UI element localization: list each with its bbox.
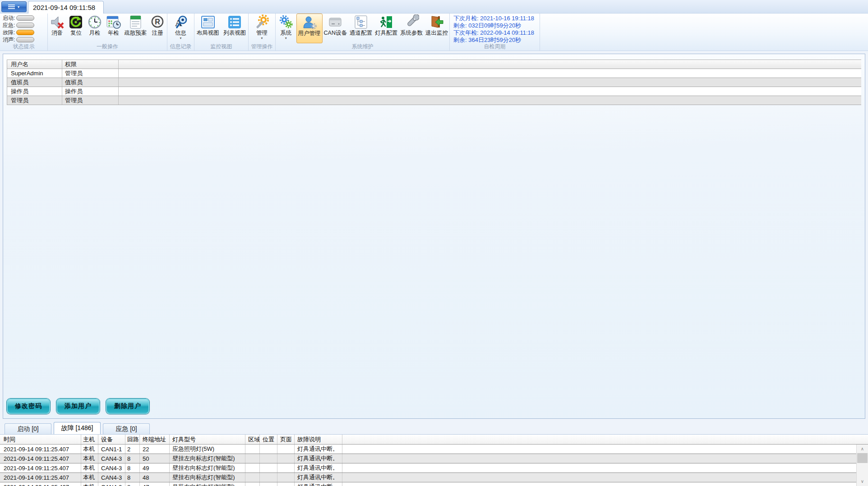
channel-config-button[interactable]: 通道配置: [348, 14, 374, 43]
user-manage-button[interactable]: 用户管理: [296, 14, 323, 43]
user-table-header: 用户名 权限: [7, 60, 861, 69]
scroll-up-icon[interactable]: ∧: [857, 445, 868, 453]
col-lamp-model[interactable]: 灯具型号: [170, 435, 245, 444]
chevron-down-icon: ▼: [179, 37, 182, 40]
system-dropdown-button[interactable]: 系统 ▼: [276, 14, 296, 43]
col-username[interactable]: 用户名: [7, 60, 62, 69]
start-indicator: [16, 15, 34, 21]
col-time[interactable]: 时间: [0, 435, 81, 444]
log-tabs: 启动 [0] 故障 [1486] 应急 [0]: [5, 422, 150, 434]
mute-indicator: [16, 37, 34, 42]
window-title-tab[interactable]: 2021-09-14 09:11:58: [28, 1, 104, 14]
fault-row[interactable]: 2021-09-14 09:11:25.407 本机 CAN4-3 8 49 壁…: [0, 463, 868, 473]
monthly-remaining: 剩余: 032日09时59分20秒: [453, 22, 540, 29]
list-view-button[interactable]: 列表视图: [222, 14, 249, 43]
fault-indicator: [16, 30, 34, 35]
user-actions: 修改密码 添加用户 删除用户: [7, 399, 149, 414]
exit-man-icon: [379, 14, 394, 30]
group-manage: 管理 ▼ 管理操作: [249, 14, 276, 50]
group-caption-manage: 管理操作: [249, 43, 275, 50]
group-view: 布局视图 列表视图 监控视图: [194, 14, 249, 50]
exit-monitor-button[interactable]: 退出监控: [424, 14, 449, 43]
user-management-panel: 用户名 权限 SuperAdmin 管理员 值班员 值班员 操作员 操作员 管理…: [3, 54, 865, 419]
status-fault: 故障:: [3, 29, 47, 36]
vertical-scrollbar[interactable]: ∧ ∨: [856, 445, 868, 486]
scrollbar-thumb[interactable]: [857, 453, 868, 463]
reset-icon: [68, 14, 83, 30]
annual-check-button[interactable]: 年检: [104, 14, 123, 43]
tab-emergency[interactable]: 应急 [0]: [103, 423, 150, 434]
annual-remaining: 剩余: 364日23时59分20秒: [453, 37, 540, 44]
group-caption-status: 状态提示: [0, 43, 47, 50]
col-position[interactable]: 位置: [260, 435, 277, 444]
evacuation-plan-icon: [128, 14, 143, 30]
change-password-button[interactable]: 修改密码: [7, 399, 50, 414]
user-row[interactable]: 操作员 操作员: [7, 87, 861, 96]
next-annual-check: 下次年检: 2022-09-14 09:11:18: [453, 29, 540, 37]
tab-start[interactable]: 启动 [0]: [5, 423, 51, 434]
exit-door-icon: [429, 14, 444, 30]
col-host[interactable]: 主机: [81, 435, 98, 444]
group-caption-info: 信息记录: [167, 43, 194, 50]
manage-dropdown-button[interactable]: 管理 ▼: [249, 14, 275, 43]
ribbon-toolbar: 启动: 应急: 故障: 消声: 状态提示 消音: [0, 14, 868, 51]
user-row[interactable]: 值班员 值班员: [7, 78, 861, 87]
status-fault-label: 故障:: [3, 29, 15, 37]
title-bar: ▼ 2021-09-14 09:11:58: [0, 0, 868, 14]
emergency-indicator: [16, 23, 34, 28]
group-caption-selfcheck: 自检周期: [450, 43, 540, 50]
fault-row[interactable]: 2021-09-14 09:11:25.407 本机 CAN4-3 8 47 吊…: [0, 482, 868, 486]
next-monthly-check: 下次月检: 2021-10-16 19:11:18: [453, 15, 540, 22]
col-fault-desc[interactable]: 故障说明: [295, 435, 342, 444]
col-terminal[interactable]: 终端地址: [140, 435, 170, 444]
app-menu-button[interactable]: ▼: [1, 1, 27, 12]
tab-fault[interactable]: 故障 [1486]: [54, 422, 101, 434]
user-row[interactable]: SuperAdmin 管理员: [7, 69, 861, 78]
group-maintain: 系统 ▼ 用户管理 CAN设备 通道配置: [276, 14, 450, 50]
annual-check-calendar-icon: [106, 14, 121, 30]
fault-log-header: 时间 主机 设备 回路 终端地址 灯具型号 区域 位置 页面 故障说明: [0, 435, 868, 445]
can-device-icon: [328, 14, 343, 30]
scroll-down-icon[interactable]: ∨: [857, 478, 868, 485]
fault-row[interactable]: 2021-09-14 09:11:25.407 本机 CAN1-1 2 22 应…: [0, 445, 868, 454]
status-emergency-label: 应急:: [3, 22, 15, 29]
status-mute-label: 消声:: [3, 36, 15, 44]
fault-log-table: 时间 主机 设备 回路 终端地址 灯具型号 区域 位置 页面 故障说明 2021…: [0, 434, 868, 486]
group-caption-maintain: 系统维护: [276, 43, 449, 50]
status-start-label: 启动:: [3, 14, 15, 22]
manage-gear-wrench-icon: [254, 14, 270, 30]
add-user-button[interactable]: 添加用户: [56, 399, 100, 414]
monthly-check-button[interactable]: 月检: [85, 14, 104, 43]
group-general: 消音 复位 月检 年检: [48, 14, 167, 50]
group-status: 启动: 应急: 故障: 消声: 状态提示: [0, 14, 48, 50]
group-caption-view: 监控视图: [194, 43, 248, 50]
col-area[interactable]: 区域: [245, 435, 260, 444]
wrench-icon: [404, 14, 419, 30]
evacuation-plan-button[interactable]: 疏散预案: [123, 14, 148, 43]
ribbon-filler: [540, 14, 868, 50]
lamp-config-button[interactable]: 灯具配置: [374, 14, 399, 43]
layout-view-icon: [200, 14, 216, 30]
system-gears-icon: [278, 14, 294, 30]
group-caption-general: 一般操作: [48, 43, 167, 50]
window-title: 2021-09-14 09:11:58: [33, 4, 95, 11]
col-device[interactable]: 设备: [98, 435, 125, 444]
register-button[interactable]: R 注册: [148, 14, 167, 43]
fault-row[interactable]: 2021-09-14 09:11:25.407 本机 CAN4-3 8 50 壁…: [0, 454, 868, 463]
chevron-down-icon: ▼: [285, 37, 287, 40]
col-loop[interactable]: 回路: [125, 435, 140, 444]
system-params-button[interactable]: 系统参数: [399, 14, 424, 43]
reset-button[interactable]: 复位: [67, 14, 86, 43]
col-role[interactable]: 权限: [62, 60, 119, 69]
fault-row[interactable]: 2021-09-14 09:11:25.407 本机 CAN4-3 8 48 壁…: [0, 473, 868, 482]
registered-mark-icon: R: [150, 14, 165, 30]
user-row[interactable]: 管理员 管理员: [7, 96, 861, 105]
user-gear-icon: [302, 15, 317, 30]
delete-user-button[interactable]: 删除用户: [106, 399, 149, 414]
info-dropdown-button[interactable]: A 信息 ▼: [167, 14, 194, 43]
col-page[interactable]: 页面: [277, 435, 295, 444]
layout-view-button[interactable]: 布局视图: [194, 14, 222, 43]
mute-button[interactable]: 消音: [48, 14, 67, 43]
group-info: A 信息 ▼ 信息记录: [167, 14, 194, 50]
can-device-button[interactable]: CAN设备: [323, 14, 348, 43]
